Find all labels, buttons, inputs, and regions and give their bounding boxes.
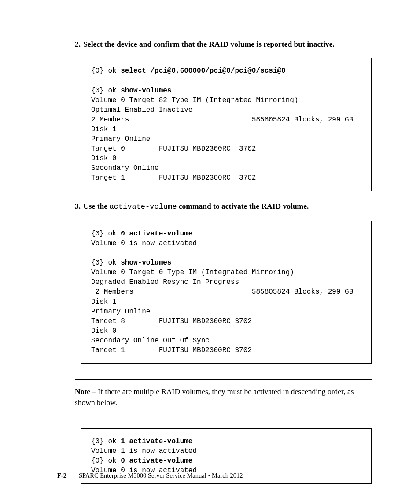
c1-l3c: show-volumes [121, 87, 171, 95]
c2-l9: Primary Online [91, 308, 150, 316]
c1-l9: Target 0 FUJITSU MBD2300RC 3702 [91, 145, 256, 153]
c1-l5: Optimal Enabled Inactive [91, 106, 192, 114]
c2-l10: Target 8 FUJITSU MBD2300RC 3702 [91, 317, 252, 325]
c2-l12: Secondary Online Out Of Sync [91, 337, 210, 345]
c2-l5: Volume 0 Target 0 Type IM (Integrated Mi… [91, 269, 294, 276]
c3-l2: Volume 1 is now activated [91, 447, 197, 455]
s3-cmd: activate-volume [109, 202, 177, 211]
c2-l4c: show-volumes [121, 259, 171, 267]
c1-l11: Secondary Online [91, 164, 159, 172]
c3-l3p: {0} ok [91, 457, 121, 465]
c3-l3c: 0 activate-volume [121, 457, 192, 465]
c3-l1p: {0} ok [91, 438, 121, 445]
page-footer: F-2SPARC Enterprise M3000 Server Service… [57, 472, 243, 479]
c1-l6: 2 Members 585805824 Blocks, 299 GB [91, 116, 353, 124]
step-3-text: Use the activate-volume command to activ… [83, 202, 309, 210]
c2-l1p: {0} ok [91, 230, 121, 238]
s3-pre: Use the [83, 202, 109, 210]
c1-l3p: {0} ok [91, 87, 121, 95]
c1-l7: Disk 1 [91, 125, 117, 133]
c2-l2: Volume 0 is now activated [91, 239, 197, 247]
c2-l4p: {0} ok [91, 259, 121, 267]
c1-l10: Disk 0 [91, 155, 117, 162]
c2-l11: Disk 0 [91, 327, 117, 335]
c2-l7: 2 Members 585805824 Blocks, 299 GB [91, 288, 353, 296]
step-3: 3.Use the activate-volume command to act… [75, 201, 372, 213]
page-number: F-2 [57, 472, 66, 479]
c2-l13: Target 1 FUJITSU MBD2300RC 3702 [91, 346, 252, 354]
c2-l1c: 0 activate-volume [121, 230, 192, 238]
note-body: Note – If there are multiple RAID volume… [75, 380, 372, 416]
step-2-text: Select the device and confirm that the R… [83, 40, 335, 48]
code-block-2: {0} ok 0 activate-volume Volume 0 is now… [81, 221, 372, 364]
c2-l6: Degraded Enabled Resync In Progress [91, 278, 239, 286]
c1-l8: Primary Online [91, 135, 150, 143]
code-block-1: {0} ok select /pci@0,600000/pci@0/pci@0/… [81, 58, 372, 191]
note-divider-bottom [75, 416, 372, 416]
note-block: Note – If there are multiple RAID volume… [75, 379, 372, 416]
manual-title: SPARC Enterprise M3000 Server Service Ma… [79, 472, 243, 479]
step-3-number: 3. [75, 202, 81, 210]
note-text: If there are multiple RAID volumes, they… [75, 387, 354, 407]
step-2: 2.Select the device and confirm that the… [75, 39, 372, 50]
step-2-number: 2. [75, 40, 81, 48]
c1-l1p: {0} ok [91, 67, 121, 75]
c2-l8: Disk 1 [91, 298, 117, 306]
note-lead: Note – [75, 387, 98, 396]
c1-l4: Volume 0 Target 82 Type IM (Integrated M… [91, 96, 298, 104]
c1-l12: Target 1 FUJITSU MBD2300RC 3702 [91, 174, 256, 182]
c3-l1c: 1 activate-volume [121, 438, 192, 445]
c1-l1c: select /pci@0,600000/pci@0/pci@0/scsi@0 [121, 67, 285, 75]
s3-post: command to activate the RAID volume. [177, 202, 309, 210]
